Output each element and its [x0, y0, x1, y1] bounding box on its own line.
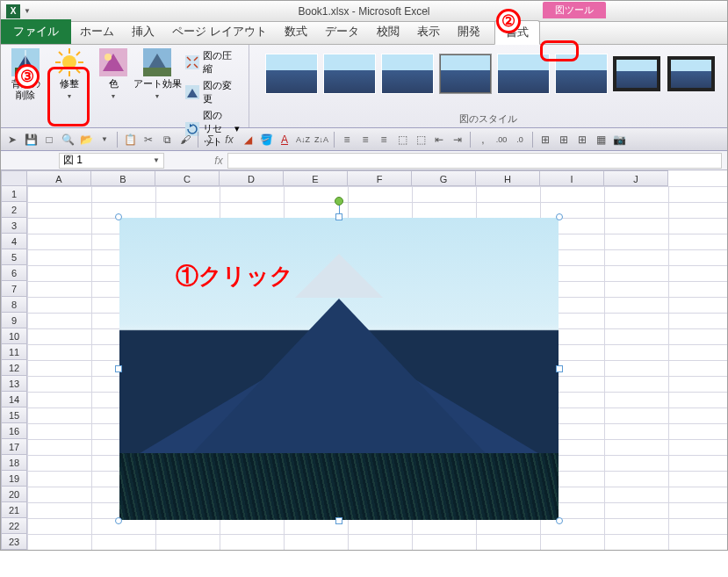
align-center-icon[interactable]: ≡	[357, 132, 373, 148]
camera-icon[interactable]: 📷	[611, 132, 627, 148]
col-header[interactable]: B	[91, 170, 155, 186]
row-header[interactable]: 1	[1, 186, 27, 202]
resize-handle-w[interactable]	[115, 365, 122, 372]
picture-style-8[interactable]	[667, 56, 715, 91]
picture-style-1[interactable]	[265, 54, 318, 94]
row-header[interactable]: 20	[1, 487, 27, 502]
row-header[interactable]: 10	[1, 328, 27, 344]
cell-grid[interactable]	[27, 186, 727, 550]
window-title: Book1.xlsx - Microsoft Excel	[298, 5, 429, 18]
row-header[interactable]: 4	[1, 234, 27, 249]
comma-icon[interactable]: ,	[475, 132, 491, 148]
align-right-icon[interactable]: ≡	[376, 132, 392, 148]
row-header[interactable]: 21	[1, 502, 27, 518]
col-header[interactable]: G	[412, 170, 476, 186]
row-header[interactable]: 5	[1, 249, 27, 265]
resize-handle-e[interactable]	[556, 365, 563, 372]
row-header[interactable]: 19	[1, 471, 27, 487]
row-header[interactable]: 7	[1, 281, 27, 297]
decimal-inc-icon[interactable]: .00	[494, 132, 509, 148]
row-header[interactable]: 16	[1, 423, 27, 439]
tab-view[interactable]: 表示	[408, 19, 449, 44]
resize-handle-n[interactable]	[335, 213, 342, 220]
chevron-down-icon[interactable]: ▼	[97, 132, 112, 148]
fill-icon[interactable]: 🪣	[258, 132, 274, 148]
tab-review[interactable]: 校閲	[368, 19, 408, 44]
new-icon[interactable]: □	[41, 132, 57, 148]
table-icon[interactable]: ⊞	[574, 132, 590, 148]
resize-handle-ne[interactable]	[556, 213, 563, 220]
picture-style-7[interactable]	[613, 56, 660, 91]
compress-pictures-button[interactable]: 図の圧縮	[184, 48, 241, 76]
select-all-corner[interactable]	[1, 170, 27, 186]
tab-developer[interactable]: 開発	[449, 19, 489, 44]
font-color-icon[interactable]: A	[277, 132, 292, 148]
freeze-icon[interactable]: ▦	[593, 132, 609, 148]
tab-file[interactable]: ファイル	[1, 19, 71, 44]
row-header[interactable]: 12	[1, 360, 27, 376]
picture-style-3[interactable]	[381, 54, 434, 94]
resize-handle-sw[interactable]	[115, 517, 122, 524]
row-header[interactable]: 18	[1, 455, 27, 471]
row-header[interactable]: 9	[1, 313, 27, 328]
row-header[interactable]: 2	[1, 202, 27, 218]
col-header[interactable]: H	[476, 170, 540, 186]
indent-dec-icon[interactable]: ⇤	[431, 132, 447, 148]
resize-handle-se[interactable]	[556, 517, 563, 524]
annotation-3: ③	[15, 64, 40, 89]
pointer-icon[interactable]: ➤	[4, 132, 20, 148]
row-header[interactable]: 11	[1, 344, 27, 360]
sum-icon[interactable]: Σ	[203, 132, 219, 148]
tab-formulas[interactable]: 数式	[276, 19, 316, 44]
align-left-icon[interactable]: ≡	[339, 132, 355, 148]
merge-icon[interactable]: ⬚	[394, 132, 410, 148]
change-picture-button[interactable]: 図の変更	[184, 78, 241, 106]
row-header[interactable]: 22	[1, 518, 27, 534]
paint-icon[interactable]: ◢	[240, 132, 256, 148]
col-header[interactable]: D	[220, 170, 284, 186]
fx-icon[interactable]: fx	[221, 132, 237, 148]
chevron-down-icon[interactable]: ▼	[153, 156, 160, 164]
tab-page-layout[interactable]: ページ レイアウト	[163, 19, 276, 44]
row-header[interactable]: 3	[1, 218, 27, 234]
qat-dropdown-icon[interactable]: ▼	[24, 7, 32, 15]
decimal-dec-icon[interactable]: .0	[512, 132, 528, 148]
grid-icon[interactable]: ⊞	[556, 132, 572, 148]
format-painter-icon[interactable]: 🖌	[177, 132, 193, 148]
row-header[interactable]: 8	[1, 297, 27, 313]
picture-style-4[interactable]	[439, 54, 492, 94]
col-header[interactable]: E	[284, 170, 348, 186]
copy-icon[interactable]: ⧉	[159, 132, 175, 148]
paste-icon[interactable]: 📋	[122, 132, 138, 148]
save-icon[interactable]: 💾	[23, 132, 39, 148]
preview-icon[interactable]: 🔍	[60, 132, 76, 148]
fx-button[interactable]: fx	[210, 155, 227, 167]
sort-asc-icon[interactable]: A↓Z	[295, 132, 311, 148]
col-header[interactable]: I	[540, 170, 604, 186]
tab-home[interactable]: ホーム	[71, 19, 123, 44]
col-header[interactable]: F	[348, 170, 412, 186]
open-icon[interactable]: 📂	[78, 132, 94, 148]
resize-handle-nw[interactable]	[115, 213, 122, 220]
indent-inc-icon[interactable]: ⇥	[450, 132, 465, 148]
row-header[interactable]: 17	[1, 439, 27, 455]
row-header[interactable]: 14	[1, 392, 27, 408]
rotate-handle[interactable]	[335, 197, 343, 206]
row-header[interactable]: 6	[1, 265, 27, 281]
col-header[interactable]: C	[155, 170, 220, 186]
picture-style-2[interactable]	[323, 54, 376, 94]
row-header[interactable]: 13	[1, 376, 27, 392]
formula-bar[interactable]	[227, 153, 722, 169]
row-header[interactable]: 23	[1, 534, 27, 550]
borders-icon[interactable]: ⊞	[537, 132, 553, 148]
row-header[interactable]: 15	[1, 408, 27, 423]
wrap-icon[interactable]: ⬚	[413, 132, 429, 148]
col-header[interactable]: J	[604, 170, 668, 186]
sort-desc-icon[interactable]: Z↓A	[314, 132, 329, 148]
resize-handle-s[interactable]	[335, 517, 342, 524]
name-box[interactable]: 図 1 ▼	[59, 153, 164, 169]
col-header[interactable]: A	[27, 170, 91, 186]
cut-icon[interactable]: ✂	[141, 132, 156, 148]
tab-data[interactable]: データ	[316, 19, 368, 44]
tab-insert[interactable]: 挿入	[123, 19, 163, 44]
